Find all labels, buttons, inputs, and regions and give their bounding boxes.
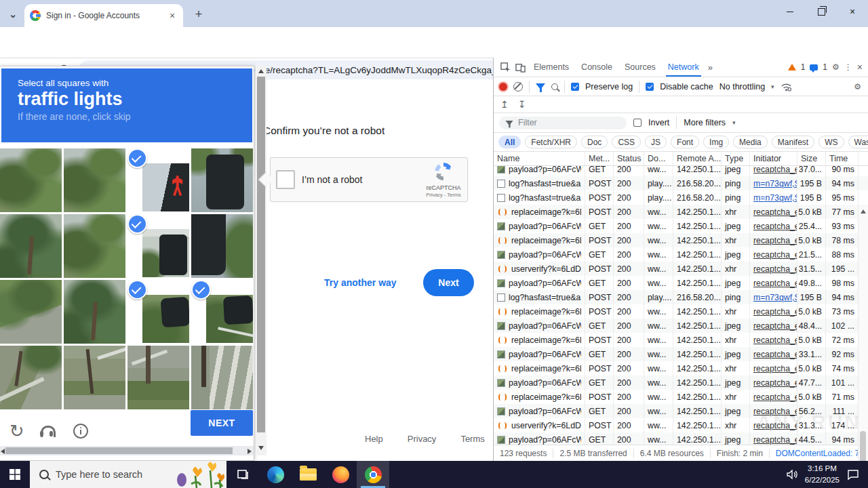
- export-har-icon[interactable]: ↧: [518, 99, 526, 110]
- initiator-link[interactable]: recaptcha_e: [750, 418, 797, 432]
- captcha-tile[interactable]: [0, 214, 62, 278]
- initiator-link[interactable]: recaptcha_e: [750, 390, 797, 404]
- captcha-tile[interactable]: [64, 148, 125, 212]
- search-network-icon[interactable]: [551, 83, 558, 90]
- help-link[interactable]: Help: [365, 434, 383, 444]
- scroll-up-arrow-icon[interactable]: [258, 69, 264, 73]
- file-explorer-taskbar-icon[interactable]: [292, 461, 324, 488]
- close-window-button[interactable]: ×: [837, 0, 868, 23]
- chip-manifest[interactable]: Manifest: [772, 136, 814, 148]
- column-method[interactable]: Met...: [585, 152, 614, 165]
- recaptcha-privacy-terms[interactable]: Privacy - Terms: [424, 192, 463, 198]
- initiator-link[interactable]: m=n73qwf,S: [750, 190, 797, 205]
- initiator-link[interactable]: recaptcha_e: [750, 375, 797, 390]
- table-row[interactable]: payload?p=06AFcW...GET200ww...142.250.1.…: [494, 219, 868, 233]
- initiator-link[interactable]: recaptcha_e: [750, 404, 797, 418]
- tab-network[interactable]: Network: [662, 58, 705, 77]
- initiator-link[interactable]: recaptcha_e: [750, 166, 797, 176]
- scroll-left-arrow-icon[interactable]: [1, 449, 5, 454]
- initiator-link[interactable]: recaptcha_e: [750, 333, 797, 347]
- chrome-taskbar-icon[interactable]: [357, 461, 389, 488]
- inspect-element-icon[interactable]: [498, 62, 513, 73]
- initiator-link[interactable]: recaptcha_e: [750, 276, 797, 290]
- browser-tab[interactable]: Sign in - Google Accounts ×: [24, 4, 183, 27]
- chip-doc[interactable]: Doc: [581, 136, 608, 148]
- table-row[interactable]: replaceimage?k=6L...POST200ww...142.250.…: [494, 304, 868, 319]
- more-tabs-icon[interactable]: »: [705, 62, 715, 73]
- tab-elements[interactable]: Elements: [528, 58, 575, 77]
- warning-icon[interactable]: [788, 64, 796, 70]
- initiator-link[interactable]: m=n73qwf,S: [750, 290, 797, 304]
- captcha-tile[interactable]: [64, 214, 125, 278]
- chip-media[interactable]: Media: [733, 136, 768, 148]
- captcha-horizontal-scrollbar[interactable]: [0, 446, 254, 455]
- column-initiator[interactable]: Initiator: [750, 152, 797, 165]
- invert-label[interactable]: Invert: [648, 118, 669, 127]
- initiator-link[interactable]: recaptcha_e: [750, 247, 797, 262]
- table-row[interactable]: payload?p=06AFcW...GET200ww...142.250.1.…: [494, 375, 868, 390]
- chip-img[interactable]: Img: [703, 136, 729, 148]
- initiator-link[interactable]: recaptcha_e: [750, 233, 797, 247]
- captcha-info-icon[interactable]: [73, 424, 88, 439]
- task-view-button[interactable]: [226, 461, 259, 488]
- table-row[interactable]: replaceimage?k=6L...POST200ww...142.250.…: [494, 333, 868, 347]
- action-center-icon[interactable]: [846, 468, 860, 481]
- filter-funnel-icon[interactable]: [536, 83, 545, 89]
- captcha-vertical-scrollbar[interactable]: [255, 66, 267, 455]
- captcha-audio-icon[interactable]: [41, 426, 54, 436]
- edge-taskbar-icon[interactable]: [259, 461, 292, 488]
- scroll-up-arrow-icon[interactable]: [861, 209, 866, 214]
- tab-close-icon[interactable]: ×: [167, 10, 178, 21]
- preserve-log-label[interactable]: Preserve log: [585, 82, 633, 92]
- captcha-tile[interactable]: [0, 148, 62, 212]
- scroll-down-arrow-icon[interactable]: [258, 446, 264, 450]
- initiator-link[interactable]: recaptcha_e: [750, 262, 797, 276]
- captcha-tile[interactable]: [127, 214, 189, 278]
- captcha-tile[interactable]: [64, 346, 125, 409]
- column-status[interactable]: Status: [614, 152, 644, 165]
- search-highlight-flowers-image[interactable]: [172, 461, 226, 488]
- chip-fetch-xhr[interactable]: Fetch/XHR: [525, 136, 577, 148]
- column-type[interactable]: Type: [722, 152, 750, 165]
- captcha-tile[interactable]: [191, 148, 253, 212]
- captcha-tile[interactable]: [0, 280, 62, 344]
- next-button[interactable]: Next: [423, 269, 474, 296]
- table-row[interactable]: payload?p=06AFcW...GET200ww...142.250.1.…: [494, 166, 868, 176]
- table-row[interactable]: payload?p=06AFcW...GET200ww...142.250.1.…: [494, 319, 868, 333]
- table-row[interactable]: payload?p=06AFcW...GET200ww...142.250.1.…: [494, 404, 868, 418]
- captcha-next-button[interactable]: NEXT: [191, 410, 253, 436]
- more-filters-button[interactable]: More filters: [684, 118, 726, 127]
- network-conditions-icon[interactable]: [781, 82, 792, 92]
- clear-network-log-icon[interactable]: [513, 82, 523, 92]
- initiator-link[interactable]: recaptcha_e: [750, 347, 797, 361]
- table-row[interactable]: payload?p=06AFcW...GET200ww...142.250.1.…: [494, 347, 868, 361]
- try-another-way-link[interactable]: Try another way: [324, 277, 397, 288]
- tab-console[interactable]: Console: [575, 58, 618, 77]
- new-tab-button[interactable]: +: [191, 7, 206, 22]
- terms-link[interactable]: Terms: [460, 434, 484, 444]
- scroll-right-arrow-icon[interactable]: [248, 449, 252, 454]
- captcha-tile[interactable]: [191, 346, 253, 409]
- tab-sources[interactable]: Sources: [618, 58, 662, 77]
- initiator-link[interactable]: recaptcha_e: [750, 205, 797, 219]
- captcha-tile[interactable]: [127, 280, 189, 344]
- minimize-button[interactable]: [774, 0, 806, 23]
- initiator-link[interactable]: recaptcha_e: [750, 219, 797, 233]
- filter-input[interactable]: Filter: [499, 117, 627, 129]
- chip-css[interactable]: CSS: [612, 136, 641, 148]
- disable-cache-checkbox[interactable]: [646, 83, 654, 91]
- chip-font[interactable]: Font: [671, 136, 699, 148]
- record-network-log-icon[interactable]: [499, 83, 507, 91]
- initiator-link[interactable]: recaptcha_e: [750, 361, 797, 375]
- table-scroll-thumb[interactable]: [860, 431, 866, 461]
- table-row[interactable]: userverify?k=6LdD2...POST200ww...142.250…: [494, 418, 868, 432]
- column-size[interactable]: Size: [797, 152, 826, 165]
- captcha-tile[interactable]: [64, 280, 125, 344]
- table-row[interactable]: replaceimage?k=6L...POST200ww...142.250.…: [494, 390, 868, 404]
- network-table-scrollbar[interactable]: [858, 207, 868, 461]
- initiator-link[interactable]: recaptcha_e: [750, 304, 797, 319]
- table-row[interactable]: replaceimage?k=6L...POST200ww...142.250.…: [494, 361, 868, 375]
- taskbar-clock[interactable]: 3:16 PM 6/22/2025: [798, 463, 846, 485]
- table-row[interactable]: replaceimage?k=6L...POST200ww...142.250.…: [494, 205, 868, 219]
- restore-button[interactable]: [806, 0, 837, 23]
